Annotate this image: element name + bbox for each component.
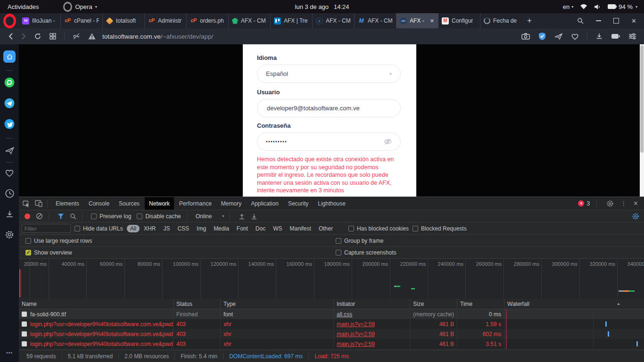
show-overview-checkbox[interactable] [25,250,31,255]
capture-screenshots-option[interactable]: Capture screenshots [336,249,396,256]
group-by-frame-option[interactable]: Group by frame [336,238,383,244]
request-initiator-link[interactable]: all.css [337,311,352,318]
filter-pill-all[interactable]: All [127,225,140,232]
tab-cpanel[interactable]: cP cPanel - F [61,13,103,28]
filter-pill-font[interactable]: Font [233,225,251,232]
preserve-log-checkbox[interactable] [91,214,97,219]
opera-logo-icon[interactable] [0,13,19,28]
close-window-icon[interactable]: ✕ [631,17,636,25]
header-size[interactable]: Size [410,299,457,309]
inspect-element-icon[interactable] [23,200,30,207]
volume-icon[interactable] [594,4,601,10]
header-initiator[interactable]: Initiator [334,299,410,309]
tab-memory[interactable]: Memory [217,197,246,210]
blocked-requests-checkbox[interactable] [413,226,418,231]
group-by-frame-checkbox[interactable] [336,238,341,244]
clear-icon[interactable] [36,213,43,220]
tab-console[interactable]: Console [84,197,114,210]
header-type[interactable]: Type [221,299,334,309]
tab-administr[interactable]: cP Administr [145,13,187,28]
tab-sources[interactable]: Sources [115,197,144,210]
blocked-requests-option[interactable]: Blocked Requests [413,225,467,232]
network-overview-timeline[interactable]: 20000 ms 40000 ms 60000 ms 80000 ms 1000… [19,259,644,299]
hide-data-urls-option[interactable]: Hide data URLs [74,225,123,232]
filter-pill-css[interactable]: CSS [174,225,192,232]
activities-button[interactable]: Actividades [0,0,46,13]
downloads-arrow-icon[interactable] [5,210,14,219]
show-overview-option[interactable]: Show overview [25,249,72,256]
telegram-icon[interactable] [4,98,15,109]
filter-pill-ws[interactable]: WS [270,225,285,232]
filter-input[interactable] [22,224,71,233]
warning-icon[interactable] [88,33,96,40]
import-har-icon[interactable] [239,213,245,220]
my-flow-plane-icon[interactable] [4,146,15,155]
devtools-close-icon[interactable]: ✕ [633,200,638,207]
tab-trello[interactable]: AFX | Tre [271,13,313,28]
sidebar-more-icon[interactable]: ••• [6,350,13,355]
filter-funnel-icon[interactable] [58,213,64,220]
has-blocked-cookies-checkbox[interactable] [348,226,354,231]
request-initiator-link[interactable]: main.js?v=2:59 [337,321,375,328]
tab-afx-cms-3[interactable]: M AFX - CM [355,13,396,28]
filter-pill-doc[interactable]: Doc [252,225,269,232]
tab-totalsoft[interactable]: totalsoft [103,13,145,28]
snapshot-camera-icon[interactable] [521,33,530,40]
preserve-log-option[interactable]: Preserve log [91,213,131,220]
page-scrollbar[interactable] [640,44,644,197]
tab-afx-cms-1[interactable]: AFX - CM [229,13,271,28]
filter-pill-xhr[interactable]: XHR [140,225,159,232]
history-clock-icon[interactable] [5,189,15,198]
downloads-icon[interactable] [595,33,603,40]
filter-pill-other[interactable]: Other [315,225,336,232]
forward-icon[interactable] [21,33,26,40]
bookmarks-heart-icon[interactable] [5,169,14,177]
header-waterfall[interactable]: Waterfall ▲ [504,299,644,309]
hide-data-urls-checkbox[interactable] [74,226,80,231]
tab-close-icon[interactable]: ✕ [429,18,435,24]
record-icon[interactable] [25,214,30,219]
header-time[interactable]: Time [457,299,504,309]
search-icon[interactable] [577,17,584,24]
bookmark-heart-icon[interactable] [571,33,579,40]
user-input[interactable] [266,104,392,112]
table-row[interactable]: login.php?usr=developer9%40totalsoftware… [19,329,644,339]
whatsapp-icon[interactable] [4,77,15,88]
easy-setup-sliders-icon[interactable] [628,33,636,40]
twitter-icon[interactable] [4,118,15,130]
tab-network[interactable]: Network [145,197,174,210]
language-select[interactable]: Español ▾ [257,65,401,83]
filter-pill-img[interactable]: Img [193,225,209,232]
filter-pill-manifest[interactable]: Manifest [287,225,314,232]
throttling-select[interactable]: Online ▾ [196,213,224,220]
tab-lighthouse[interactable]: Lighthouse [314,197,350,210]
speed-dial-home-icon[interactable] [3,50,16,63]
header-status[interactable]: Status [173,299,221,309]
tab-illojuan[interactable]: IlloJuan - [19,13,61,28]
maximize-icon[interactable] [613,18,619,24]
filter-pill-js[interactable]: JS [160,225,173,232]
header-name[interactable]: Name [19,299,173,309]
tab-afx-active[interactable]: afx AFX - ✕ [396,13,438,28]
table-row[interactable]: login.php?usr=developer9%40totalsoftware… [19,319,644,329]
tab-performance[interactable]: Performance [175,197,216,210]
settings-gear-icon[interactable] [5,230,14,239]
tab-tiling-icon[interactable] [50,33,56,40]
tab-elements[interactable]: Elements [51,197,83,210]
app-menu[interactable]: Opera ▾ [63,2,97,11]
use-large-rows-checkbox[interactable] [25,238,31,244]
use-large-rows-option[interactable]: Use large request rows [25,238,92,244]
has-blocked-cookies-option[interactable]: Has blocked cookies [348,225,409,232]
my-flow-icon[interactable] [554,33,563,40]
table-row[interactable]: fa-solid-900.ttf Finished font all.css (… [19,309,644,319]
export-har-icon[interactable] [251,213,257,220]
battery-saver-icon[interactable] [611,33,620,39]
request-initiator-link[interactable]: main.js?v=2:59 [337,331,375,337]
request-initiator-link[interactable]: main.js?v=2:59 [337,341,375,347]
tab-application[interactable]: Application [247,197,283,210]
battery-indicator[interactable]: 94 % ▾ [608,3,637,10]
wifi-icon[interactable] [580,4,587,9]
search-icon[interactable] [70,213,76,220]
tab-security[interactable]: Security [284,197,313,210]
eye-off-icon[interactable] [384,138,392,145]
